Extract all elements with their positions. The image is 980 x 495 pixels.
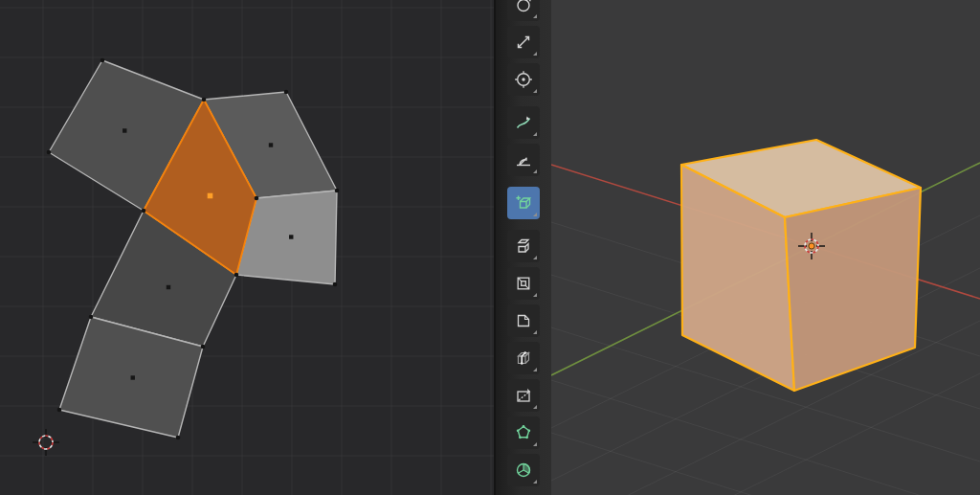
spin-icon (514, 461, 533, 480)
extrude-region-tool[interactable] (507, 230, 540, 262)
add-cube-tool[interactable] (507, 187, 540, 219)
extrude-region-icon (514, 236, 533, 256)
poly-build-tool[interactable] (507, 416, 540, 449)
scale-icon (514, 33, 533, 52)
uv-canvas[interactable] (0, 0, 494, 495)
blender-window (0, 0, 980, 495)
transform-icon (514, 70, 533, 89)
bevel-icon (514, 311, 533, 330)
transform-tool[interactable] (507, 63, 540, 96)
bevel-tool[interactable] (507, 304, 540, 337)
loop-cut-icon (514, 349, 533, 368)
tool-shelf (496, 0, 552, 495)
rotate-icon (514, 0, 533, 14)
cube-object[interactable] (681, 140, 921, 391)
annotate-tool[interactable] (507, 106, 540, 139)
viewport-3d-panel[interactable] (551, 0, 980, 495)
knife-tool[interactable] (507, 379, 540, 412)
rotate-tool[interactable] (507, 0, 540, 21)
measure-icon (514, 150, 533, 169)
annotate-icon (514, 113, 533, 132)
spin-tool[interactable] (507, 454, 540, 486)
add-cube-icon (514, 193, 533, 213)
inset-faces-icon (514, 274, 533, 293)
measure-tool[interactable] (507, 144, 540, 176)
inset-faces-tool[interactable] (507, 267, 540, 300)
viewport-3d-canvas[interactable] (551, 0, 980, 495)
loop-cut-tool[interactable] (507, 342, 540, 374)
knife-icon (514, 386, 533, 405)
poly-build-icon (514, 423, 533, 442)
scale-tool[interactable] (507, 26, 540, 58)
uv-editor-panel[interactable] (0, 0, 494, 495)
